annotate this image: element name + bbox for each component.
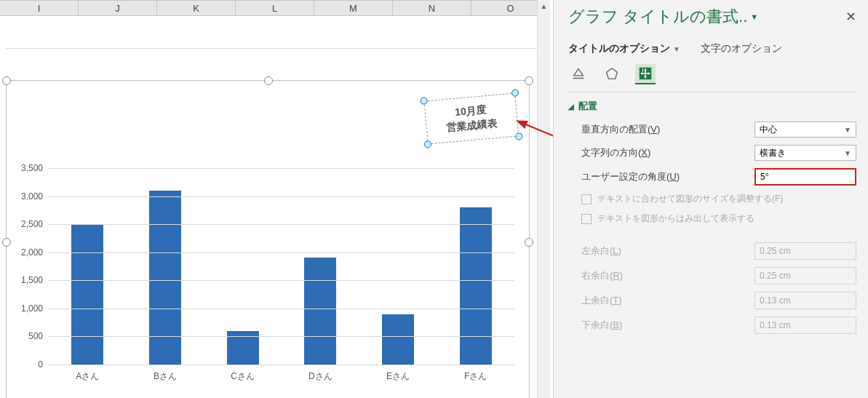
y-axis-tick-label: 2,000 [7,247,43,258]
input-custom-angle[interactable] [756,170,868,184]
chevron-down-icon: ▼ [844,126,851,134]
y-axis-tick-label: 3,500 [7,163,43,173]
title-handle[interactable] [423,140,431,148]
label-margin-top: 上余白(T) [581,294,754,307]
resize-handle[interactable] [264,76,273,85]
dropdown-vertical-align[interactable]: 中心 ▼ [754,122,856,138]
y-axis-tick-label: 0 [7,359,43,370]
chevron-down-icon: ▼ [673,45,680,53]
y-axis-tick-label: 500 [7,331,43,341]
gridline [49,280,514,281]
section-alignment[interactable]: ◢ 配置 [568,100,856,113]
resize-handle[interactable] [525,76,533,85]
y-axis-tick-label: 3,000 [7,191,43,202]
x-axis-tick-label: Aさん [58,370,116,383]
spinner-margin-right: ▲▼ [754,267,856,284]
title-handle[interactable] [511,89,519,97]
bar[interactable] [149,191,181,365]
column-header[interactable]: M [314,0,393,15]
chart-title-line2: 営業成績表 [446,116,498,135]
pane-title: グラフ タイトルの書式.. ▼ [568,6,758,28]
effects-icon[interactable] [602,64,622,84]
bar[interactable] [71,224,103,365]
y-axis-tick-label: 2,500 [7,219,43,229]
close-pane-button[interactable]: ✕ [845,9,856,25]
label-custom-angle: ユーザー設定の角度(U) [581,170,754,183]
column-header-row: IJKLMNO [0,0,550,16]
column-header[interactable]: K [157,0,236,15]
label-text-direction: 文字列の方向(X) [581,146,754,159]
gridline [49,168,514,169]
checkbox-icon [581,214,592,224]
scroll-up-button[interactable]: ▲ [538,0,550,13]
label-margin-right: 右余白(R) [581,269,754,282]
tab-text-options[interactable]: 文字のオプション [701,42,782,55]
y-axis-tick-label: 1,500 [7,275,43,285]
gridline [49,309,514,309]
gridline [49,252,514,253]
spinner-margin-bottom: ▲▼ [754,317,856,334]
dropdown-value: 中心 [760,124,777,136]
bar[interactable] [382,314,414,365]
resize-handle[interactable] [2,76,11,85]
title-handle[interactable] [515,132,523,140]
dropdown-value: 横書き [760,147,786,159]
grid-row [6,33,544,49]
checkbox-overflow-text: テキストを図形からはみ出して表示する [568,212,856,225]
pane-title-dropdown-icon[interactable]: ▼ [750,12,758,21]
input-margin-right [755,268,868,284]
section-alignment-label: 配置 [578,100,597,113]
resize-handle[interactable] [2,238,11,247]
svg-text:I: I [642,68,643,73]
format-pane: グラフ タイトルの書式.. ▼ ✕ タイトルのオプション ▼ 文字のオプション … [553,0,868,398]
input-margin-top [755,292,868,309]
x-axis-tick-label: Fさん [447,370,505,383]
input-margin-bottom [755,317,868,333]
x-axis-tick-label: Cさん [214,370,272,383]
pane-title-text: グラフ タイトルの書式.. [568,6,747,28]
bar[interactable] [460,207,492,365]
y-axis-tick-label: 1,000 [7,303,43,314]
spinner-margin-left: ▲▼ [754,242,856,260]
chevron-down-icon: ▼ [844,149,851,157]
checkbox-resize-shape: テキストに合わせて図形のサイズを調整する(F) [568,193,856,205]
gridline [49,196,514,197]
checkbox-icon [581,194,592,204]
column-header[interactable]: N [393,0,471,15]
size-properties-icon[interactable]: I [635,64,656,84]
column-header[interactable]: I [0,0,79,15]
column-header[interactable]: J [79,0,157,15]
column-header[interactable]: L [236,0,314,15]
spinner-margin-top: ▲▼ [754,292,856,309]
title-handle[interactable] [420,97,428,105]
worksheet-area[interactable]: 10月度 営業成績表 05001,0001,5002,0002,5003,000… [0,16,550,398]
spinner-custom-angle[interactable]: ▲ ▼ [754,168,856,186]
gridline [49,336,514,337]
x-axis-tick-label: Dさん [291,370,349,383]
gridline [49,224,514,225]
x-axis-tick-label: Eさん [369,370,427,383]
x-axis-tick-label: Bさん [136,370,194,383]
collapse-triangle-icon: ◢ [568,103,574,111]
format-category-icons: I [568,64,856,92]
bar-series [49,168,514,365]
tab-title-options[interactable]: タイトルのオプション ▼ [568,42,680,55]
dropdown-text-direction[interactable]: 横書き ▼ [754,145,856,161]
svg-marker-1 [607,68,618,79]
chart-object[interactable]: 10月度 営業成績表 05001,0001,5002,0002,5003,000… [6,80,530,398]
chart-title[interactable]: 10月度 営業成績表 [424,93,519,145]
label-vertical-align: 垂直方向の配置(V) [581,123,754,136]
bar[interactable] [304,258,336,365]
label-margin-left: 左余白(L) [581,244,754,258]
vertical-scrollbar[interactable]: ▲ [537,0,550,398]
fill-line-icon[interactable] [568,64,589,84]
plot-area[interactable]: 05001,0001,5002,0002,5003,0003,500 [49,168,514,365]
gridline [49,365,514,365]
label-margin-bottom: 下余白(B) [581,319,754,332]
input-margin-left [755,243,868,259]
resize-handle[interactable] [525,238,533,247]
